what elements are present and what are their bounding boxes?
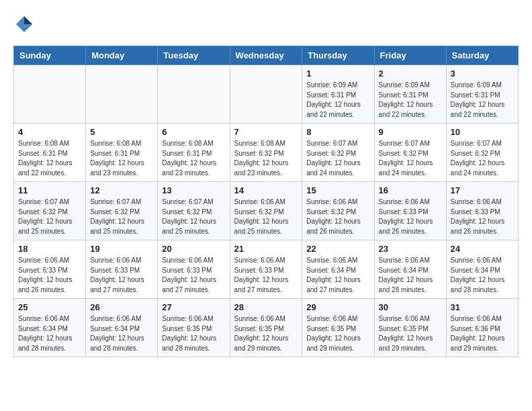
day-number: 6 bbox=[162, 127, 225, 137]
day-cell: 16Sunrise: 6:06 AM Sunset: 6:33 PM Dayli… bbox=[374, 182, 446, 240]
svg-marker-1 bbox=[24, 16, 32, 24]
day-info: Sunrise: 6:06 AM Sunset: 6:36 PM Dayligh… bbox=[451, 314, 514, 353]
day-cell: 8Sunrise: 6:07 AM Sunset: 6:32 PM Daylig… bbox=[302, 124, 374, 182]
day-cell: 11Sunrise: 6:07 AM Sunset: 6:32 PM Dayli… bbox=[14, 182, 86, 240]
day-cell: 31Sunrise: 6:06 AM Sunset: 6:36 PM Dayli… bbox=[446, 299, 518, 357]
day-number: 30 bbox=[379, 302, 442, 312]
day-number: 21 bbox=[234, 244, 298, 254]
day-cell: 24Sunrise: 6:06 AM Sunset: 6:34 PM Dayli… bbox=[446, 240, 518, 299]
day-number: 13 bbox=[162, 185, 225, 195]
page-header bbox=[13, 13, 519, 35]
day-info: Sunrise: 6:06 AM Sunset: 6:34 PM Dayligh… bbox=[90, 314, 153, 353]
day-number: 25 bbox=[18, 302, 81, 312]
day-info: Sunrise: 6:07 AM Sunset: 6:32 PM Dayligh… bbox=[18, 197, 81, 236]
day-info: Sunrise: 6:06 AM Sunset: 6:33 PM Dayligh… bbox=[451, 197, 514, 236]
day-number: 4 bbox=[18, 127, 81, 137]
day-cell: 7Sunrise: 6:08 AM Sunset: 6:32 PM Daylig… bbox=[230, 124, 302, 182]
day-info: Sunrise: 6:06 AM Sunset: 6:35 PM Dayligh… bbox=[379, 314, 442, 353]
day-number: 12 bbox=[90, 185, 153, 195]
day-number: 9 bbox=[379, 127, 442, 137]
day-number: 24 bbox=[451, 244, 514, 254]
day-number: 1 bbox=[306, 68, 369, 79]
day-info: Sunrise: 6:07 AM Sunset: 6:32 PM Dayligh… bbox=[451, 139, 514, 178]
day-number: 27 bbox=[162, 302, 225, 312]
day-cell: 22Sunrise: 6:06 AM Sunset: 6:34 PM Dayli… bbox=[302, 240, 374, 299]
day-cell: 23Sunrise: 6:06 AM Sunset: 6:34 PM Dayli… bbox=[374, 240, 446, 299]
day-cell bbox=[14, 65, 86, 124]
day-cell: 6Sunrise: 6:08 AM Sunset: 6:31 PM Daylig… bbox=[158, 124, 230, 182]
day-cell: 29Sunrise: 6:06 AM Sunset: 6:35 PM Dayli… bbox=[302, 299, 374, 357]
day-cell: 15Sunrise: 6:06 AM Sunset: 6:32 PM Dayli… bbox=[302, 182, 374, 240]
day-cell bbox=[158, 65, 230, 124]
calendar-body: 1Sunrise: 6:09 AM Sunset: 6:31 PM Daylig… bbox=[14, 65, 519, 357]
day-info: Sunrise: 6:06 AM Sunset: 6:32 PM Dayligh… bbox=[234, 197, 298, 236]
day-number: 5 bbox=[90, 127, 153, 137]
day-number: 23 bbox=[379, 244, 442, 254]
day-info: Sunrise: 6:06 AM Sunset: 6:33 PM Dayligh… bbox=[162, 256, 225, 295]
day-number: 3 bbox=[451, 68, 514, 79]
col-header-friday: Friday bbox=[374, 46, 446, 65]
day-number: 14 bbox=[234, 185, 298, 195]
week-row-2: 4Sunrise: 6:08 AM Sunset: 6:31 PM Daylig… bbox=[14, 124, 519, 182]
day-info: Sunrise: 6:08 AM Sunset: 6:31 PM Dayligh… bbox=[162, 139, 225, 178]
day-info: Sunrise: 6:06 AM Sunset: 6:32 PM Dayligh… bbox=[306, 197, 369, 236]
day-info: Sunrise: 6:06 AM Sunset: 6:33 PM Dayligh… bbox=[379, 197, 442, 236]
calendar-header: SundayMondayTuesdayWednesdayThursdayFrid… bbox=[14, 46, 519, 65]
day-cell: 26Sunrise: 6:06 AM Sunset: 6:34 PM Dayli… bbox=[86, 299, 158, 357]
day-cell: 27Sunrise: 6:06 AM Sunset: 6:35 PM Dayli… bbox=[158, 299, 230, 357]
logo-icon bbox=[13, 13, 35, 35]
day-cell: 19Sunrise: 6:06 AM Sunset: 6:33 PM Dayli… bbox=[86, 240, 158, 299]
day-number: 7 bbox=[234, 127, 298, 137]
week-row-3: 11Sunrise: 6:07 AM Sunset: 6:32 PM Dayli… bbox=[14, 182, 519, 240]
day-info: Sunrise: 6:06 AM Sunset: 6:34 PM Dayligh… bbox=[306, 256, 369, 295]
week-row-5: 25Sunrise: 6:06 AM Sunset: 6:34 PM Dayli… bbox=[14, 299, 519, 357]
day-cell: 28Sunrise: 6:06 AM Sunset: 6:35 PM Dayli… bbox=[230, 299, 302, 357]
day-cell: 10Sunrise: 6:07 AM Sunset: 6:32 PM Dayli… bbox=[446, 124, 518, 182]
day-cell: 9Sunrise: 6:07 AM Sunset: 6:32 PM Daylig… bbox=[374, 124, 446, 182]
day-info: Sunrise: 6:07 AM Sunset: 6:32 PM Dayligh… bbox=[90, 197, 153, 236]
day-number: 31 bbox=[451, 302, 514, 312]
day-number: 16 bbox=[379, 185, 442, 195]
day-number: 20 bbox=[162, 244, 225, 254]
week-row-4: 18Sunrise: 6:06 AM Sunset: 6:33 PM Dayli… bbox=[14, 240, 519, 299]
logo bbox=[13, 13, 39, 35]
day-cell: 21Sunrise: 6:06 AM Sunset: 6:33 PM Dayli… bbox=[230, 240, 302, 299]
day-info: Sunrise: 6:07 AM Sunset: 6:32 PM Dayligh… bbox=[379, 139, 442, 178]
day-cell: 18Sunrise: 6:06 AM Sunset: 6:33 PM Dayli… bbox=[14, 240, 86, 299]
day-number: 8 bbox=[306, 127, 369, 137]
day-number: 17 bbox=[451, 185, 514, 195]
day-number: 10 bbox=[451, 127, 514, 137]
day-number: 22 bbox=[306, 244, 369, 254]
day-info: Sunrise: 6:06 AM Sunset: 6:34 PM Dayligh… bbox=[379, 256, 442, 295]
day-number: 29 bbox=[306, 302, 369, 312]
day-number: 2 bbox=[379, 68, 442, 79]
day-info: Sunrise: 6:07 AM Sunset: 6:32 PM Dayligh… bbox=[306, 139, 369, 178]
col-header-wednesday: Wednesday bbox=[230, 46, 302, 65]
day-cell: 13Sunrise: 6:07 AM Sunset: 6:32 PM Dayli… bbox=[158, 182, 230, 240]
col-header-saturday: Saturday bbox=[446, 46, 518, 65]
day-info: Sunrise: 6:06 AM Sunset: 6:35 PM Dayligh… bbox=[162, 314, 225, 353]
col-header-tuesday: Tuesday bbox=[158, 46, 230, 65]
day-info: Sunrise: 6:08 AM Sunset: 6:31 PM Dayligh… bbox=[90, 139, 153, 178]
day-info: Sunrise: 6:06 AM Sunset: 6:33 PM Dayligh… bbox=[90, 256, 153, 295]
day-cell: 5Sunrise: 6:08 AM Sunset: 6:31 PM Daylig… bbox=[86, 124, 158, 182]
day-cell: 20Sunrise: 6:06 AM Sunset: 6:33 PM Dayli… bbox=[158, 240, 230, 299]
day-number: 15 bbox=[306, 185, 369, 195]
day-info: Sunrise: 6:06 AM Sunset: 6:35 PM Dayligh… bbox=[306, 314, 369, 353]
day-info: Sunrise: 6:06 AM Sunset: 6:33 PM Dayligh… bbox=[234, 256, 298, 295]
day-cell: 2Sunrise: 6:09 AM Sunset: 6:31 PM Daylig… bbox=[374, 65, 446, 124]
day-cell: 25Sunrise: 6:06 AM Sunset: 6:34 PM Dayli… bbox=[14, 299, 86, 357]
day-cell: 14Sunrise: 6:06 AM Sunset: 6:32 PM Dayli… bbox=[230, 182, 302, 240]
header-row: SundayMondayTuesdayWednesdayThursdayFrid… bbox=[14, 46, 519, 65]
day-cell bbox=[230, 65, 302, 124]
day-cell: 4Sunrise: 6:08 AM Sunset: 6:31 PM Daylig… bbox=[14, 124, 86, 182]
day-info: Sunrise: 6:06 AM Sunset: 6:33 PM Dayligh… bbox=[18, 256, 81, 295]
day-info: Sunrise: 6:08 AM Sunset: 6:32 PM Dayligh… bbox=[234, 139, 298, 178]
calendar-table: SundayMondayTuesdayWednesdayThursdayFrid… bbox=[13, 46, 519, 357]
day-info: Sunrise: 6:09 AM Sunset: 6:31 PM Dayligh… bbox=[306, 81, 369, 120]
day-info: Sunrise: 6:09 AM Sunset: 6:31 PM Dayligh… bbox=[379, 81, 442, 120]
week-row-1: 1Sunrise: 6:09 AM Sunset: 6:31 PM Daylig… bbox=[14, 65, 519, 124]
day-number: 11 bbox=[18, 185, 81, 195]
day-info: Sunrise: 6:08 AM Sunset: 6:31 PM Dayligh… bbox=[18, 139, 81, 178]
day-cell: 12Sunrise: 6:07 AM Sunset: 6:32 PM Dayli… bbox=[86, 182, 158, 240]
